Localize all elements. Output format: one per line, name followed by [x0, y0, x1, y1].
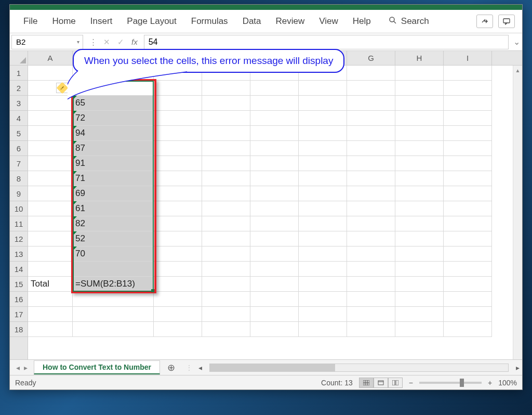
cell-D9[interactable] — [202, 186, 250, 201]
cell-H13[interactable] — [395, 247, 444, 262]
cell-G11[interactable] — [347, 216, 395, 231]
cell-F12[interactable] — [299, 231, 347, 247]
cell-B1[interactable] — [73, 66, 154, 81]
cell-A11[interactable] — [28, 216, 73, 231]
cell-H9[interactable] — [395, 186, 444, 201]
cell-I2[interactable] — [444, 81, 492, 96]
cell-D17[interactable] — [202, 307, 250, 322]
cell-C15[interactable] — [154, 277, 202, 292]
name-box[interactable]: B2 — [11, 35, 83, 49]
cell-C10[interactable] — [154, 201, 202, 216]
row-header-7[interactable]: 7 — [10, 156, 28, 171]
cell-H7[interactable] — [395, 156, 444, 171]
ribbon-help[interactable]: Help — [347, 13, 377, 30]
horizontal-scrollbar[interactable] — [209, 364, 509, 372]
cell-I6[interactable] — [444, 141, 492, 156]
cell-F14[interactable] — [299, 262, 347, 277]
cell-A7[interactable] — [28, 156, 73, 171]
cell-H4[interactable] — [395, 111, 444, 126]
add-sheet-button[interactable]: ⊕ — [160, 362, 182, 373]
cell-I7[interactable] — [444, 156, 492, 171]
cell-H8[interactable] — [395, 171, 444, 186]
cell-D12[interactable] — [202, 231, 250, 247]
cell-F16[interactable] — [299, 292, 347, 307]
zoom-level[interactable]: 100% — [498, 379, 517, 387]
col-header-f[interactable]: F — [299, 51, 347, 65]
cell-C1[interactable] — [154, 66, 202, 81]
cell-E18[interactable] — [250, 322, 299, 337]
ribbon-formulas[interactable]: Formulas — [185, 13, 234, 30]
cell-F9[interactable] — [299, 186, 347, 201]
cell-B17[interactable] — [73, 307, 154, 322]
cell-I18[interactable] — [444, 322, 492, 337]
cell-C2[interactable] — [154, 81, 202, 96]
cell-F4[interactable] — [299, 111, 347, 126]
cell-H14[interactable] — [395, 262, 444, 277]
cell-I14[interactable] — [444, 262, 492, 277]
cell-B3[interactable]: 65 — [73, 96, 154, 111]
cell-D3[interactable] — [202, 96, 250, 111]
cell-H3[interactable] — [395, 96, 444, 111]
view-page-break-button[interactable] — [388, 378, 403, 388]
cell-F2[interactable] — [299, 81, 347, 96]
cell-E4[interactable] — [250, 111, 299, 126]
cell-G13[interactable] — [347, 247, 395, 262]
col-header-a[interactable]: A — [28, 51, 73, 65]
cell-F7[interactable] — [299, 156, 347, 171]
cell-E11[interactable] — [250, 216, 299, 231]
row-header-10[interactable]: 10 — [10, 201, 28, 216]
cell-I9[interactable] — [444, 186, 492, 201]
row-header-2[interactable]: 2 — [10, 81, 28, 96]
ribbon-file[interactable]: File — [17, 13, 44, 30]
cell-D15[interactable] — [202, 277, 250, 292]
cell-A18[interactable] — [28, 322, 73, 337]
cell-A9[interactable] — [28, 186, 73, 201]
cell-A5[interactable] — [28, 126, 73, 141]
cell-F6[interactable] — [299, 141, 347, 156]
cell-G14[interactable] — [347, 262, 395, 277]
cell-A13[interactable] — [28, 247, 73, 262]
cell-E6[interactable] — [250, 141, 299, 156]
col-header-b[interactable]: B — [73, 51, 154, 65]
cell-G12[interactable] — [347, 231, 395, 247]
col-header-i[interactable]: I — [444, 51, 492, 65]
cell-H10[interactable] — [395, 201, 444, 216]
cell-D1[interactable] — [202, 66, 250, 81]
cell-E14[interactable] — [250, 262, 299, 277]
cell-H18[interactable] — [395, 322, 444, 337]
cell-I12[interactable] — [444, 231, 492, 247]
formula-expand[interactable]: ⌄ — [511, 37, 522, 47]
zoom-in-button[interactable]: + — [488, 379, 492, 387]
cell-B8[interactable]: 71 — [73, 171, 154, 186]
cell-E9[interactable] — [250, 186, 299, 201]
cell-C8[interactable] — [154, 171, 202, 186]
cell-B18[interactable] — [73, 322, 154, 337]
col-header-c[interactable]: C — [154, 51, 202, 65]
cell-E3[interactable] — [250, 96, 299, 111]
cell-A8[interactable] — [28, 171, 73, 186]
cell-G18[interactable] — [347, 322, 395, 337]
cell-A12[interactable] — [28, 231, 73, 247]
cell-H16[interactable] — [395, 292, 444, 307]
ribbon-data[interactable]: Data — [236, 13, 268, 30]
cell-C17[interactable] — [154, 307, 202, 322]
cell-C5[interactable] — [154, 126, 202, 141]
cell-B2[interactable]: 54 — [73, 81, 154, 96]
cell-G2[interactable] — [347, 81, 395, 96]
cell-F1[interactable] — [299, 66, 347, 81]
row-header-13[interactable]: 13 — [10, 247, 28, 262]
cell-H12[interactable] — [395, 231, 444, 247]
cell-I10[interactable] — [444, 201, 492, 216]
cell-G5[interactable] — [347, 126, 395, 141]
row-header-14[interactable]: 14 — [10, 262, 28, 277]
cell-C9[interactable] — [154, 186, 202, 201]
cell-D2[interactable] — [202, 81, 250, 96]
hscroll-right-icon[interactable]: ▸ — [513, 364, 522, 372]
cell-A4[interactable] — [28, 111, 73, 126]
cell-G9[interactable] — [347, 186, 395, 201]
cell-A17[interactable] — [28, 307, 73, 322]
row-header-1[interactable]: 1 — [10, 66, 28, 81]
cell-B6[interactable]: 87 — [73, 141, 154, 156]
cell-E12[interactable] — [250, 231, 299, 247]
comments-button[interactable] — [498, 15, 515, 28]
